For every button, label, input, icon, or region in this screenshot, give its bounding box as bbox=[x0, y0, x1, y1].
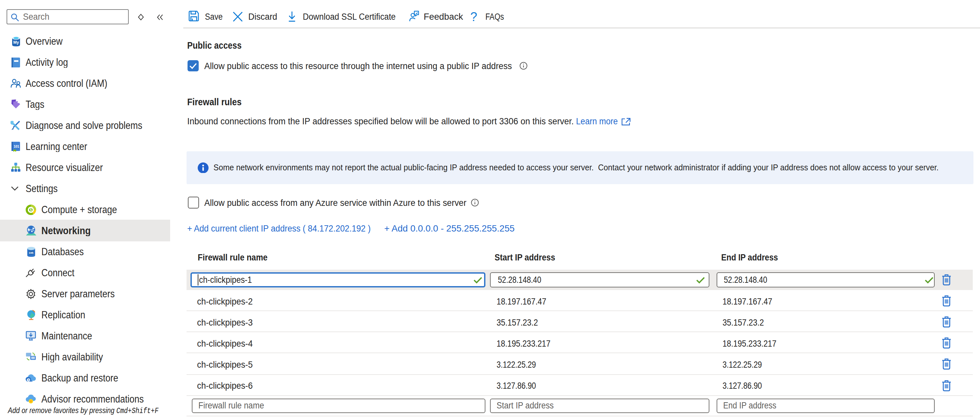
svg-text:DB: DB bbox=[29, 251, 33, 254]
svg-text:$: $ bbox=[30, 208, 32, 211]
svg-text:101: 101 bbox=[14, 144, 19, 148]
svg-text:My: My bbox=[13, 40, 18, 45]
